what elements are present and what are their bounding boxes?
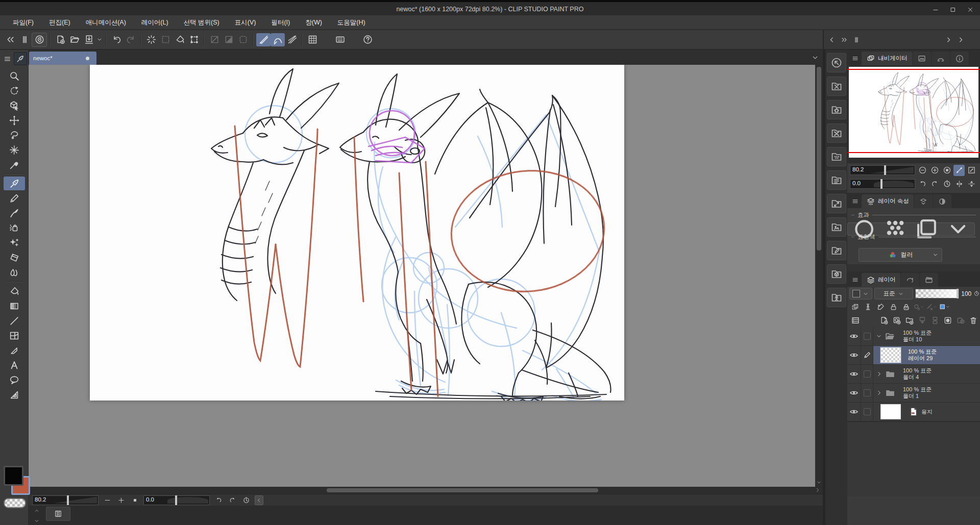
- layer-row-content[interactable]: 100 % 표준폴더 10: [873, 327, 980, 345]
- layer-row-content[interactable]: 용지: [873, 403, 980, 421]
- folder-3d-palette-button[interactable]: [827, 264, 846, 284]
- strip-down-button[interactable]: [33, 517, 41, 524]
- current-subtool-slot[interactable]: [14, 52, 27, 65]
- scroll-right-icon[interactable]: [814, 487, 821, 493]
- new-folder-button[interactable]: [903, 314, 915, 326]
- delete-layer-button[interactable]: [967, 314, 979, 326]
- folder-image-palette-button[interactable]: [827, 217, 846, 237]
- opacity-slider-handle[interactable]: [957, 289, 959, 298]
- tab-clapper[interactable]: [920, 273, 938, 287]
- menu-item[interactable]: 표시(V): [227, 15, 264, 30]
- menu-item[interactable]: 도움말(H): [330, 15, 373, 30]
- text-tool-button[interactable]: [4, 358, 25, 372]
- tab-info[interactable]: [950, 52, 969, 65]
- clip-below-button[interactable]: [849, 302, 861, 313]
- fill-tool-button[interactable]: [173, 33, 187, 46]
- airbrush-tool-button[interactable]: [4, 221, 25, 235]
- snap-special-button[interactable]: [285, 33, 299, 46]
- eraser-tool-button[interactable]: [4, 251, 25, 264]
- ruler-range-button[interactable]: [926, 302, 938, 313]
- chevron-right-small-button[interactable]: [954, 34, 967, 46]
- horizontal-scroll-handle[interactable]: [327, 488, 598, 492]
- line-tool-button[interactable]: [4, 314, 25, 328]
- expand-closed-icon[interactable]: [875, 389, 883, 396]
- tab-list-button[interactable]: [811, 53, 820, 62]
- canvas-paper[interactable]: [90, 65, 624, 401]
- move-tool-button[interactable]: [4, 113, 25, 127]
- main-color-swatch[interactable]: [4, 466, 23, 486]
- merge-down-button[interactable]: [929, 314, 941, 326]
- layer-row-folder-10[interactable]: 100 % 표준폴더 10: [847, 327, 980, 346]
- layer-row-content[interactable]: 100 % 표준레이어 29: [873, 346, 980, 364]
- pencil-tool-button[interactable]: [4, 191, 25, 205]
- eyedropper-button[interactable]: [4, 158, 25, 171]
- palette-color-combo[interactable]: [849, 288, 872, 299]
- maximize-button[interactable]: [945, 4, 961, 15]
- blend-mode-dropdown[interactable]: 표준: [874, 288, 913, 299]
- edit-state-cell[interactable]: [861, 346, 873, 364]
- folder-edit-palette-button[interactable]: [827, 241, 846, 260]
- new-canvas-button[interactable]: [53, 33, 67, 46]
- layer-row-content[interactable]: 100 % 표준폴더 4: [873, 365, 980, 383]
- selection-line-button[interactable]: [207, 33, 222, 46]
- transform-button[interactable]: [187, 33, 201, 46]
- folder-brush-palette-button[interactable]: [827, 77, 846, 96]
- object-tool-button[interactable]: [4, 98, 25, 112]
- open-file-button[interactable]: [67, 33, 82, 46]
- reference-layer-button[interactable]: [862, 302, 874, 313]
- zoom-in-button[interactable]: [929, 165, 940, 176]
- save-file-button[interactable]: [82, 33, 96, 46]
- layer-color-button[interactable]: [939, 302, 950, 313]
- zoom-slider[interactable]: 80.2: [32, 495, 99, 505]
- rotation-slider[interactable]: 0.0: [143, 495, 210, 505]
- layer-thumbnail[interactable]: [880, 347, 901, 363]
- balloon-tool-button[interactable]: [4, 373, 25, 387]
- snap-ruler-button[interactable]: [256, 33, 271, 46]
- menu-item[interactable]: 애니메이션(A): [78, 15, 134, 30]
- ruler-tool-button[interactable]: [4, 388, 25, 402]
- layer-row-content[interactable]: 100 % 표준폴더 1: [873, 384, 980, 402]
- quick-access-palette-button[interactable]: [827, 53, 846, 72]
- expand-closed-icon[interactable]: [875, 370, 883, 378]
- menu-item[interactable]: 선택 범위(S): [176, 15, 227, 30]
- tab-내비게이터[interactable]: 내비게이터: [862, 52, 912, 65]
- brush-tool-button[interactable]: [4, 206, 25, 220]
- folder-close-palette-button[interactable]: [827, 123, 846, 143]
- tab-half-tone[interactable]: [933, 194, 951, 208]
- redo-button[interactable]: [124, 33, 138, 46]
- tab-레이어[interactable]: 레이어: [862, 273, 900, 287]
- grip-button[interactable]: [850, 34, 863, 46]
- frame-tool-button[interactable]: [4, 329, 25, 342]
- selection-border-button[interactable]: [236, 33, 250, 46]
- navigator-rotate-slider[interactable]: 0.0: [850, 179, 915, 189]
- menu-item[interactable]: 편집(E): [41, 15, 78, 30]
- help-button[interactable]: [360, 33, 375, 46]
- tab-레이어 속성[interactable]: 레이어 속성: [862, 194, 914, 208]
- edit-state-cell[interactable]: [861, 403, 873, 421]
- visibility-toggle[interactable]: [847, 327, 861, 345]
- edit-state-cell[interactable]: [861, 384, 873, 402]
- zoom-slider-handle[interactable]: [67, 495, 69, 505]
- vertical-scroll-handle[interactable]: [817, 67, 821, 251]
- menu-item[interactable]: 파일(F): [5, 15, 41, 30]
- new-layer-button[interactable]: [878, 314, 890, 326]
- fit-area-button[interactable]: [966, 165, 977, 176]
- layers-menu-button[interactable]: [849, 274, 861, 285]
- layer-row-folder-4[interactable]: 100 % 표준폴더 4: [847, 365, 980, 384]
- keyframe-icon[interactable]: [973, 290, 980, 297]
- transfer-down-button[interactable]: [916, 314, 928, 326]
- minimize-button[interactable]: [928, 4, 943, 15]
- horizontal-scrollbar[interactable]: [29, 487, 823, 494]
- blend-tool-button[interactable]: [4, 265, 25, 279]
- expression-color-dropdown[interactable]: 컬러: [859, 248, 942, 262]
- visibility-toggle[interactable]: [847, 346, 861, 364]
- rotate-ccw-button[interactable]: [917, 179, 928, 190]
- csp-logo-button[interactable]: [32, 33, 47, 47]
- transparent-color-swatch[interactable]: [4, 498, 26, 508]
- zoom-100-button[interactable]: [130, 495, 140, 505]
- strip-up-button[interactable]: [33, 507, 41, 514]
- canvas-viewport[interactable]: [29, 65, 815, 487]
- keyboard-button[interactable]: [333, 33, 347, 46]
- magnifier-button[interactable]: [4, 69, 25, 83]
- vertical-scrollbar[interactable]: [815, 65, 823, 487]
